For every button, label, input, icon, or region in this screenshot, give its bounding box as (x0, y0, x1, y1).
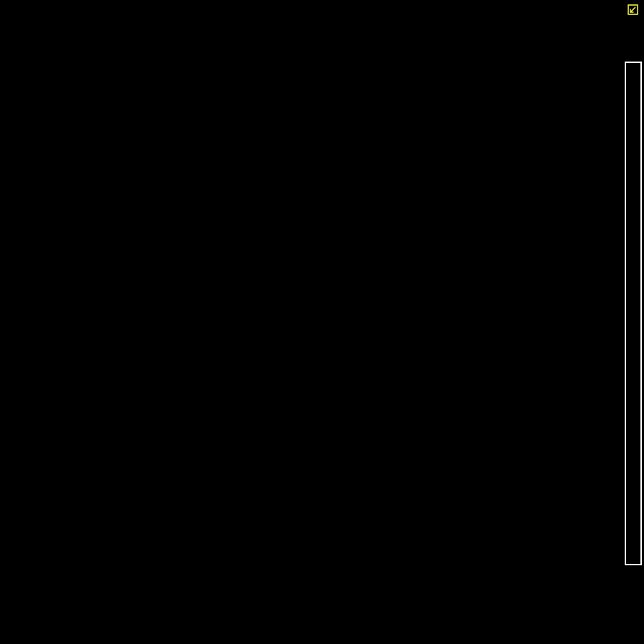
colorbar (625, 62, 642, 565)
radar-display (0, 0, 644, 644)
colorbar-gradient (626, 63, 640, 564)
radar-map (0, 0, 644, 644)
